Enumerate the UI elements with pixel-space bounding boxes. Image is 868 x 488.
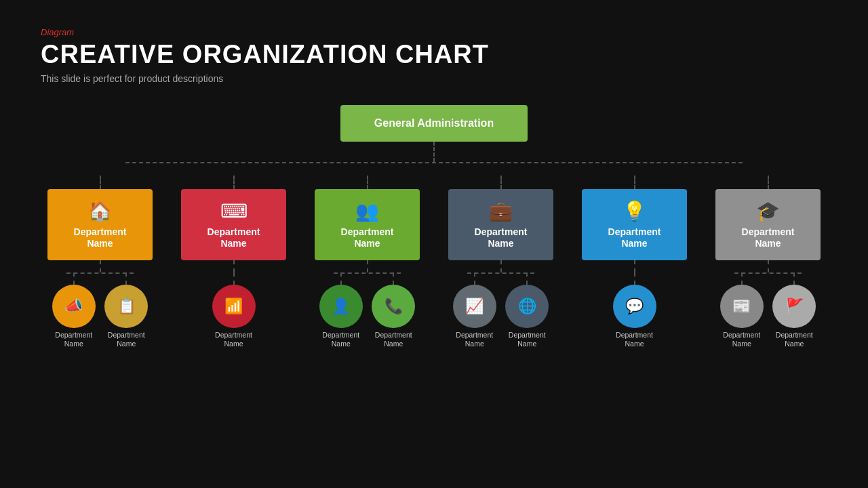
sub-label-4b: DepartmentName [509,331,546,348]
sub-label-4a: DepartmentName [456,331,493,348]
sub-label-3b: DepartmentName [375,331,412,348]
sub-label-6a: DepartmentName [723,331,760,348]
dept-box-4[interactable]: 💼 DepartmentName [448,189,553,260]
dept-col-5: 💡 DepartmentName 💬 DepartmentName [575,176,694,348]
h-line [125,162,743,163]
v-conn-1 [100,176,101,189]
h-line-container [61,162,807,176]
sub-circle-6b[interactable]: 🚩 [772,285,816,328]
sub-label-1b: DepartmentName [108,331,145,348]
dept-row: 🏠 DepartmentName 📣 DepartmentName [41,176,827,348]
diagram-label: Diagram [41,27,827,37]
sub-col-4a: 📈 DepartmentName [453,272,496,348]
org-chart: General Administration 🏠 DepartmentName [0,105,868,348]
dept-icon-1: 🏠 [88,200,112,222]
sub-label-6b: DepartmentName [776,331,813,348]
dept-col-4: 💼 DepartmentName 📈 DepartmentName [441,176,560,348]
dept-name-5: DepartmentName [608,226,661,249]
sub-circle-5a[interactable]: 💬 [613,285,656,328]
v-conn-6 [768,176,769,189]
dept-icon-5: 💡 [623,200,646,222]
sub-circle-4a[interactable]: 📈 [453,285,496,328]
dept-col-6: 🎓 DepartmentName 📰 DepartmentName [709,176,827,348]
v-conn-2 [233,176,235,189]
dept-col-2: ⌨ DepartmentName 📶 DepartmentName [174,176,293,348]
dept-name-2: DepartmentName [208,226,260,249]
sub-circle-3a[interactable]: 👤 [319,285,363,328]
dept-box-5[interactable]: 💡 DepartmentName [582,189,687,260]
sub-circle-4b[interactable]: 🌐 [505,285,549,328]
sub-circle-1a[interactable]: 📣 [52,285,96,328]
sub-circle-1b[interactable]: 📋 [104,285,148,328]
dept-name-4: DepartmentName [475,226,528,249]
dept-box-6[interactable]: 🎓 DepartmentName [715,189,821,260]
v-conn-4 [500,176,502,189]
dept-box-3[interactable]: 👥 DepartmentName [315,189,420,260]
page-subtitle: This slide is perfect for product descri… [41,73,827,84]
dept-box-1[interactable]: 🏠 DepartmentName [47,189,153,260]
dept-col-1: 🏠 DepartmentName 📣 DepartmentName [41,176,159,348]
sub-label-1a: DepartmentName [55,331,92,348]
v-conn-5 [634,176,635,189]
sub-label-2a: DepartmentName [215,331,252,348]
sub-col-6a: 📰 DepartmentName [720,272,764,348]
sub-col-3b: 📞 DepartmentName [372,272,415,348]
top-connector [433,142,435,162]
sub-v-conn-1 [100,260,101,272]
dept-name-1: DepartmentName [74,226,127,249]
sub-label-3a: DepartmentName [322,331,359,348]
sub-col-1b: 📋 DepartmentName [104,272,148,348]
dept-icon-4: 💼 [489,200,513,222]
sub-col-4b: 🌐 DepartmentName [505,272,549,348]
slide: Diagram CREATIVE ORGANIZATION CHART This… [0,0,868,488]
dept-name-6: DepartmentName [742,226,795,249]
page-title: CREATIVE ORGANIZATION CHART [41,40,827,69]
v-conn-3 [367,176,368,189]
dept-icon-6: 🎓 [756,200,780,222]
sub-col-6b: 🚩 DepartmentName [772,272,816,348]
dept-name-3: DepartmentName [341,226,394,249]
sub-col-2a: 📶 DepartmentName [212,272,256,348]
dept-icon-2: ⌨ [220,200,248,222]
sub-col-3a: 👤 DepartmentName [319,272,363,348]
sub-circle-3b[interactable]: 📞 [372,285,415,328]
dept-icon-3: 👥 [355,200,379,222]
dept-box-2[interactable]: ⌨ DepartmentName [181,189,286,260]
sub-circle-2a[interactable]: 📶 [212,285,256,328]
sub-col-1a: 📣 DepartmentName [52,272,96,348]
sub-label-5a: DepartmentName [616,331,653,348]
top-node[interactable]: General Administration [340,105,528,142]
sub-col-5a: 💬 DepartmentName [613,272,656,348]
dept-col-3: 👥 DepartmentName 👤 DepartmentName [308,176,427,348]
sub-circle-6a[interactable]: 📰 [720,285,764,328]
